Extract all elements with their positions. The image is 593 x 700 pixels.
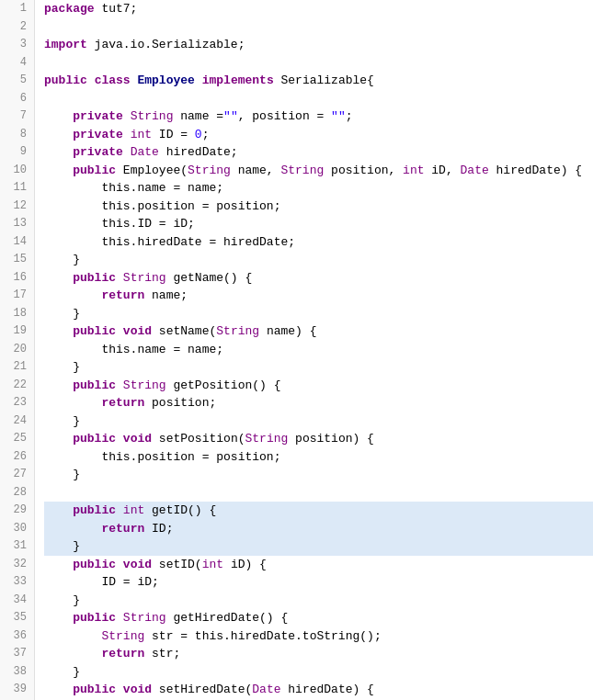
plain-token bbox=[44, 288, 101, 302]
plain-token bbox=[44, 432, 73, 446]
code-line: return name; bbox=[44, 287, 593, 305]
plain-token: } bbox=[44, 253, 80, 266]
kw-token: void bbox=[123, 432, 152, 446]
type-token: String bbox=[188, 164, 231, 177]
plain-token: } bbox=[44, 539, 80, 553]
code-line: import java.io.Serializable; bbox=[44, 36, 593, 54]
kw-token: import bbox=[44, 38, 87, 51]
kw-token: public bbox=[73, 271, 116, 285]
code-line: this.hiredDate = hiredDate; bbox=[44, 233, 593, 252]
string-token: "" bbox=[331, 109, 346, 123]
line-number: 22 bbox=[0, 377, 34, 395]
plain-token bbox=[87, 73, 95, 87]
line-number: 14 bbox=[0, 233, 34, 252]
plain-token bbox=[44, 647, 101, 660]
line-number: 1 bbox=[0, 0, 34, 18]
code-line: return ID; bbox=[44, 520, 593, 538]
code-line: this.position = position; bbox=[44, 198, 593, 216]
code-line: } bbox=[44, 592, 593, 610]
code-line bbox=[44, 18, 593, 37]
code-line: private String name ="", position = ""; bbox=[44, 107, 593, 126]
plain-token bbox=[123, 145, 131, 159]
plain-token: } bbox=[44, 360, 80, 374]
plain-token bbox=[195, 73, 202, 87]
plain-token: iD, bbox=[425, 164, 461, 177]
line-number: 27 bbox=[0, 466, 34, 484]
type-token: String bbox=[280, 164, 324, 177]
code-line: public class Employee implements Seriali… bbox=[44, 72, 593, 90]
code-lines[interactable]: package tut7; import java.io.Serializabl… bbox=[35, 0, 593, 700]
kw-token: return bbox=[101, 522, 144, 536]
plain-token bbox=[44, 629, 101, 643]
plain-token bbox=[44, 164, 73, 177]
code-line: this.name = name; bbox=[44, 179, 593, 198]
code-line: private int ID = 0; bbox=[44, 126, 593, 144]
code-line: public String getHiredDate() { bbox=[44, 609, 593, 627]
type-token: String bbox=[101, 629, 144, 643]
code-line: } bbox=[44, 251, 593, 269]
kw-token: return bbox=[101, 288, 144, 302]
kw-token: public bbox=[44, 73, 87, 87]
plain-token bbox=[44, 324, 73, 338]
plain-token bbox=[44, 683, 73, 696]
plain-token bbox=[44, 522, 101, 536]
plain-token: ; bbox=[346, 109, 353, 123]
code-line: public void setHiredDate(Date hiredDate)… bbox=[44, 681, 593, 699]
line-number: 18 bbox=[0, 305, 34, 323]
plain-token: getID() { bbox=[144, 503, 216, 517]
plain-token: , position = bbox=[238, 109, 331, 123]
line-number: 33 bbox=[0, 573, 34, 592]
line-number: 38 bbox=[0, 663, 34, 682]
type-token: String bbox=[123, 611, 166, 625]
kw-token: private bbox=[73, 128, 123, 141]
plain-token bbox=[44, 558, 73, 571]
plain-token: this.hiredDate = hiredDate; bbox=[44, 235, 295, 249]
type-token: String bbox=[245, 432, 288, 446]
code-line: public String getName() { bbox=[44, 269, 593, 288]
line-number: 20 bbox=[0, 341, 34, 359]
code-line: } bbox=[44, 412, 593, 431]
plain-token: tut7; bbox=[95, 2, 138, 16]
line-number: 19 bbox=[0, 322, 34, 341]
plain-token: setID( bbox=[152, 558, 202, 571]
plain-token: position) { bbox=[288, 432, 374, 446]
code-area: 1234567891011121314151617181920212223242… bbox=[0, 0, 593, 700]
line-number: 39 bbox=[0, 681, 34, 699]
plain-token bbox=[44, 109, 73, 123]
line-number: 35 bbox=[0, 609, 34, 627]
plain-token: position; bbox=[144, 396, 216, 410]
plain-token bbox=[116, 683, 123, 696]
code-line: return position; bbox=[44, 394, 593, 412]
plain-token bbox=[44, 145, 73, 159]
line-number: 26 bbox=[0, 448, 34, 467]
line-number: 6 bbox=[0, 90, 34, 108]
plain-token: position, bbox=[324, 164, 403, 177]
number-token: 0 bbox=[195, 128, 202, 141]
kw-token: private bbox=[73, 145, 123, 159]
line-number: 15 bbox=[0, 251, 34, 269]
plain-token bbox=[116, 503, 123, 517]
code-line: public void setName(String name) { bbox=[44, 322, 593, 341]
line-number: 28 bbox=[0, 484, 34, 502]
code-line: this.position = position; bbox=[44, 448, 593, 467]
type-token: int bbox=[202, 558, 223, 571]
plain-token: this.position = position; bbox=[44, 450, 280, 464]
kw-token: public bbox=[73, 324, 116, 338]
line-number: 25 bbox=[0, 430, 34, 448]
line-number: 36 bbox=[0, 627, 34, 646]
plain-token bbox=[123, 128, 131, 141]
plain-token bbox=[44, 503, 73, 517]
code-line: } bbox=[44, 358, 593, 377]
plain-token: } bbox=[44, 307, 80, 321]
line-number: 9 bbox=[0, 143, 34, 162]
plain-token: } bbox=[44, 468, 80, 481]
plain-token bbox=[44, 128, 73, 141]
plain-token: this.ID = iD; bbox=[44, 217, 195, 231]
plain-token: getHiredDate() { bbox=[166, 611, 289, 625]
type-token: int bbox=[131, 128, 152, 141]
plain-token: hiredDate) { bbox=[281, 683, 374, 696]
line-number: 7 bbox=[0, 107, 34, 126]
code-line: public void setPosition(String position)… bbox=[44, 430, 593, 448]
type-token: Date bbox=[252, 683, 280, 696]
plain-token: name, bbox=[231, 164, 281, 177]
